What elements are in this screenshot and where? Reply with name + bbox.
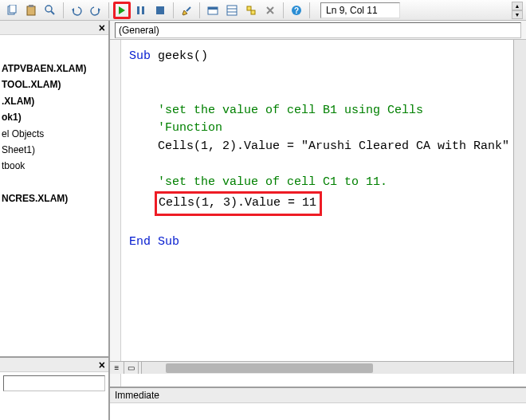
svg-rect-8 [156,6,164,14]
reset-button[interactable] [151,2,169,19]
svg-point-4 [45,6,52,12]
properties-select[interactable] [3,375,105,391]
view-mode-buttons[interactable]: ≡ ▭ [110,361,142,374]
svg-line-5 [51,11,54,14]
properties-icon[interactable] [223,2,241,19]
design-mode-icon[interactable] [178,2,195,19]
svg-rect-7 [142,6,144,14]
redo-icon[interactable] [87,2,104,19]
object-dropdown[interactable]: (General) [115,22,521,38]
code-content[interactable]: Sub geeks() 'set the value of cell B1 us… [121,40,526,387]
object-dropdown-value: (General) [119,25,159,36]
toolbar-scroll-buttons[interactable]: ▲▼ [512,2,523,19]
properties-header: × [0,358,108,372]
object-browser-icon[interactable] [242,2,260,19]
tree-item[interactable]: .XLAM) [2,93,107,109]
svg-rect-15 [247,6,251,10]
project-explorer-icon[interactable] [204,2,222,19]
close-icon[interactable]: × [99,22,105,34]
procedure-view-icon[interactable]: ≡ [110,362,124,374]
project-tree[interactable]: ATPVBAEN.XLAM) TOOL.XLAM) .XLAM) ok1) el… [0,35,108,356]
tree-item[interactable]: el Objects [2,126,107,142]
break-button[interactable] [132,2,150,19]
svg-rect-2 [27,6,35,15]
run-button[interactable] [113,2,131,19]
svg-rect-16 [251,10,255,14]
paste-icon[interactable] [22,2,40,19]
svg-rect-3 [29,5,33,7]
properties-pane: × [0,356,108,420]
project-explorer-header: × [0,21,108,35]
cursor-position: Ln 9, Col 11 [320,2,400,18]
find-icon[interactable] [41,2,59,19]
svg-line-9 [186,7,190,11]
toolbox-icon[interactable] [261,2,279,19]
close-icon[interactable]: × [99,359,105,371]
tree-item[interactable]: ok1) [2,109,107,125]
tree-item[interactable]: TOOL.XLAM) [2,77,107,92]
project-explorer: × ATPVBAEN.XLAM) TOOL.XLAM) .XLAM) ok1) … [0,21,110,420]
tree-item[interactable]: tbook [2,158,107,174]
horizontal-scrollbar[interactable] [142,361,513,374]
help-icon[interactable]: ? [288,2,305,19]
code-object-selector-row: (General) [110,21,526,40]
tree-item[interactable]: ATPVBAEN.XLAM) [2,61,107,77]
svg-rect-6 [137,6,139,14]
vertical-scrollbar[interactable] [513,40,526,374]
tree-item[interactable]: Sheet1) [2,142,107,158]
code-pane: (General) Sub geeks() 'set the value of … [110,21,526,420]
full-module-view-icon[interactable]: ▭ [124,362,139,374]
svg-text:?: ? [294,6,299,15]
main-toolbar: ? Ln 9, Col 11 ▲▼ [0,0,526,21]
immediate-window[interactable]: Immediate [110,387,526,420]
highlighted-code-line: Cells(1, 3).Value = 11 [155,191,322,216]
undo-icon[interactable] [68,2,85,19]
code-margin [110,40,121,387]
immediate-title: Immediate [110,388,526,403]
copy-icon[interactable] [3,2,21,19]
svg-rect-11 [208,7,218,10]
svg-rect-1 [10,5,16,13]
code-editor[interactable]: Sub geeks() 'set the value of cell B1 us… [110,40,526,387]
tree-item[interactable]: NCRES.XLAM) [2,190,107,206]
svg-rect-12 [227,6,237,15]
